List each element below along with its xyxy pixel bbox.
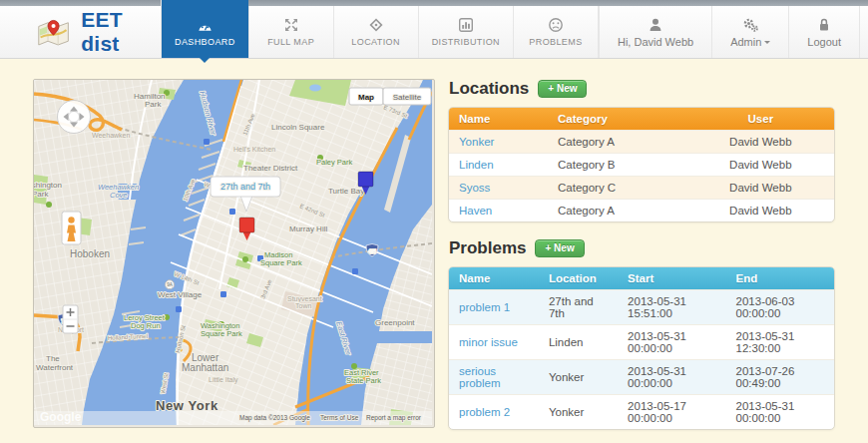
map-label: Murray Hill	[289, 224, 327, 233]
problems-section: Problems + New NameLocationStartEndprobl…	[448, 238, 835, 430]
table-row: problem 127th and 7th2013-05-31 15:51:00…	[449, 289, 834, 324]
tab-full-map[interactable]: FULL MAP	[248, 6, 333, 58]
table-cell: serious problem	[449, 359, 539, 394]
tab-dashboard[interactable]: DASHBOARD	[161, 0, 248, 58]
map-label: Town	[295, 302, 311, 309]
map-label: Weehawken	[92, 132, 131, 139]
table-cell: 2013-05-31 00:00:00	[618, 324, 725, 359]
tab-label: DASHBOARD	[175, 37, 235, 47]
map-type-control: Map Satellite	[349, 88, 431, 105]
table-row: LindenCategory BDavid Webb	[449, 153, 834, 176]
tab-label: FULL MAP	[267, 37, 314, 47]
problems-title: Problems	[449, 238, 526, 258]
tab-label: DISTRIBUTION	[432, 37, 500, 47]
table-cell: problem 1	[449, 289, 539, 324]
tab-problems[interactable]: PROBLEMS	[513, 6, 599, 58]
table-cell: Category A	[548, 199, 687, 222]
table-cell: 2013-05-31 15:51:00	[618, 289, 725, 324]
table-cell: 2013-05-31 12:30:00	[726, 324, 834, 359]
brand[interactable]: EET dist	[0, 6, 161, 58]
row-link[interactable]: problem 1	[459, 301, 510, 313]
map-label: Park	[34, 190, 49, 199]
terms-of-use-link[interactable]: Terms of Use	[320, 414, 359, 421]
user-icon	[648, 17, 663, 33]
map-label: Hoboken	[70, 248, 110, 259]
pegman-icon	[68, 217, 74, 222]
street-view-pegman-control[interactable]	[62, 212, 81, 244]
caret-down-icon	[764, 41, 770, 47]
table-cell: 2013-07-26 00:49:00	[726, 359, 834, 394]
map-button-label[interactable]: Map	[358, 93, 374, 102]
row-link[interactable]: Yonker	[459, 136, 494, 148]
logout-label: Logout	[807, 36, 841, 48]
table-cell: Yonker	[539, 359, 618, 394]
table-cell: David Webb	[687, 199, 834, 222]
google-watermark: Google	[40, 410, 82, 424]
row-link[interactable]: serious problem	[459, 365, 501, 389]
tab-label: LOCATION	[351, 37, 400, 47]
map-canvas[interactable]: HamiltonParkWeehawkenWashingtonParkWeeha…	[33, 79, 435, 428]
right-column: Locations + New NameCategoryUserYonkerCa…	[448, 79, 835, 430]
admin-menu[interactable]: Admin	[711, 6, 788, 58]
table-cell: problem 2	[449, 394, 539, 429]
zoom-control	[63, 305, 78, 333]
table-cell: Haven	[449, 199, 548, 222]
row-link[interactable]: Syoss	[459, 182, 490, 194]
column-header: End	[726, 267, 834, 289]
user-greeting[interactable]: Hi, David Webb	[599, 6, 711, 58]
row-link[interactable]: Haven	[459, 205, 492, 217]
table-row: minor issueLinden2013-05-31 00:00:002013…	[449, 324, 834, 359]
user-menu: Hi, David Webb Admin Logout	[599, 6, 860, 58]
tab-location[interactable]: LOCATION	[333, 6, 418, 58]
table-cell: 2013-05-31 00:00:00	[726, 394, 834, 429]
table-row: problem 2Yonker2013-05-17 00:00:002013-0…	[449, 394, 834, 429]
gears-icon	[742, 17, 759, 33]
table-cell: Category A	[548, 130, 687, 153]
route-label: 9A	[167, 282, 174, 287]
tab-label: PROBLEMS	[529, 37, 582, 47]
row-link[interactable]: minor issue	[459, 336, 518, 348]
shield-label: 495	[368, 249, 376, 254]
table-cell: minor issue	[449, 324, 539, 359]
problems-table: NameLocationStartEndproblem 127th and 7t…	[449, 267, 834, 429]
frown-face-icon	[548, 17, 564, 33]
table-cell: Linden	[539, 324, 618, 359]
map-label: Square Park	[260, 258, 302, 267]
row-link[interactable]: Linden	[459, 159, 494, 171]
new-problem-button[interactable]: + New	[535, 239, 584, 257]
tab-distribution[interactable]: DISTRIBUTION	[418, 6, 513, 58]
map-label: Waterfront	[36, 363, 74, 372]
row-link[interactable]: problem 2	[459, 406, 510, 418]
table-row: HavenCategory ADavid Webb	[449, 199, 834, 222]
table-cell: David Webb	[687, 130, 834, 153]
map-label: Lincoln Square	[271, 123, 325, 132]
logout-button[interactable]: Logout	[788, 6, 860, 58]
brand-name: EET dist	[81, 8, 161, 56]
user-greeting-label: Hi, David Webb	[618, 36, 693, 48]
column-header: Name	[449, 267, 539, 289]
new-location-button[interactable]: + New	[538, 80, 587, 98]
report-map-error-link[interactable]: Report a map error	[366, 414, 422, 422]
table-cell: Category B	[548, 153, 687, 176]
map-label: Manhattan	[182, 362, 228, 373]
table-cell: Linden	[449, 153, 548, 176]
table-cell: 2013-06-03 00:00:00	[726, 289, 834, 324]
table-row: SyossCategory CDavid Webb	[449, 176, 834, 199]
map-data-attribution: Map data ©2013 Google	[239, 414, 310, 422]
info-window-text[interactable]: 27th and 7th	[220, 182, 270, 192]
map-label: Little Italy	[209, 376, 238, 384]
location-diamond-icon	[368, 17, 384, 33]
map-label: Greenpoint	[375, 318, 415, 327]
bar-chart-icon	[458, 17, 474, 33]
column-header: Name	[449, 108, 548, 130]
column-header: Start	[618, 267, 725, 289]
table-cell: Syoss	[449, 176, 548, 199]
pan-control[interactable]	[58, 101, 91, 134]
map-label: The	[46, 354, 60, 363]
map-label: Hell's Kitchen	[233, 146, 275, 153]
city-label: New York	[156, 398, 218, 413]
table-cell: David Webb	[687, 153, 834, 176]
table-cell: Yonker	[449, 130, 548, 153]
satellite-button-label[interactable]: Satellite	[393, 93, 422, 102]
column-header: User	[687, 108, 834, 130]
